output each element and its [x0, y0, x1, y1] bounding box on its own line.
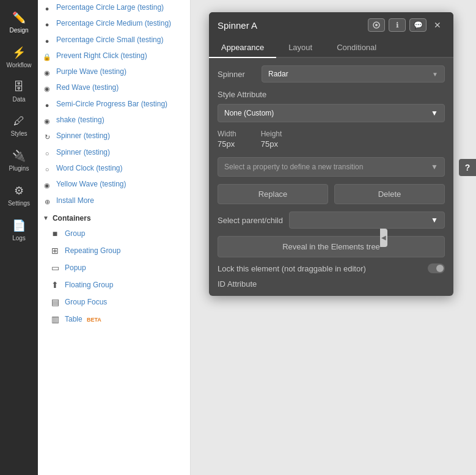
tab-layout[interactable]: Layout	[276, 38, 324, 58]
list-item[interactable]: ◉ Purple Wave (testing)	[38, 64, 190, 80]
list-item[interactable]: ● Percentage Circle Large (testing)	[38, 0, 190, 16]
wave-icon: ◉	[43, 68, 51, 77]
list-item[interactable]: ○ Word Clock (testing)	[38, 161, 190, 177]
floating-group-icon: ⬆	[50, 280, 60, 290]
styles-icon: 🖊	[13, 115, 24, 128]
sidebar-item-styles[interactable]: 🖊 Styles	[0, 109, 38, 143]
data-icon: 🗄	[13, 81, 24, 94]
reveal-elements-button[interactable]: Reveal in the Elements tree	[218, 236, 445, 257]
spinner-label: Spinner	[218, 70, 254, 79]
item-label: Popup	[65, 263, 86, 272]
action-buttons: Replace Delete	[218, 184, 445, 204]
workflow-label: Workflow	[7, 62, 32, 68]
item-label: Spinner (testing)	[56, 131, 110, 141]
table-icon: ▥	[50, 314, 60, 324]
install-more-item[interactable]: ⊕ Install More	[38, 193, 190, 209]
sidebar-item-settings[interactable]: ⚙ Settings	[0, 178, 38, 213]
containers-section-header[interactable]: ▼ Containers	[38, 209, 190, 225]
circle-icon: ●	[43, 37, 51, 45]
lock-toggle[interactable]	[428, 263, 445, 273]
containers-label: Containers	[53, 214, 91, 223]
item-label: shake (testing)	[56, 116, 104, 125]
group-item[interactable]: ■ Group	[38, 225, 190, 242]
item-label: Semi-Circle Progress Bar (testing)	[56, 100, 167, 109]
comment-button[interactable]: 💬	[409, 18, 427, 32]
close-button[interactable]: ✕	[430, 19, 445, 31]
popup-item[interactable]: ▭ Popup	[38, 259, 190, 276]
modal-panel: Spinner A ℹ 💬 ✕ Appearance Layout Condit…	[209, 12, 453, 296]
chevron-down-icon: ▼	[431, 216, 438, 224]
repeating-group-item[interactable]: ⊞ Repeating Group	[38, 242, 190, 259]
height-value: 75px	[261, 139, 282, 149]
list-item[interactable]: ◉ Yellow Wave (testing)	[38, 177, 190, 193]
modal-tabs: Appearance Layout Conditional	[209, 38, 453, 58]
style-attr-label: Style Attribute	[218, 90, 445, 99]
sidebar-item-plugins[interactable]: 🔌 Plugins	[0, 143, 38, 178]
item-label: Group Focus	[65, 298, 107, 306]
style-attr-select[interactable]: None (Custom) ▼	[218, 104, 445, 122]
repeating-group-icon: ⊞	[50, 246, 60, 256]
item-label: Yellow Wave (testing)	[56, 180, 126, 190]
sidebar-item-logs[interactable]: 📄 Logs	[0, 213, 38, 248]
list-item[interactable]: ↻ Spinner (testing)	[38, 128, 190, 144]
wave-icon: ◉	[43, 84, 51, 93]
sidebar-item-data[interactable]: 🗄 Data	[0, 75, 38, 109]
wave-icon: ◉	[43, 117, 51, 125]
list-item[interactable]: 🔒 Prevent Right Click (testing)	[38, 48, 190, 64]
transition-placeholder: Select a property to define a new transi…	[224, 163, 363, 171]
width-label: Width	[218, 130, 236, 138]
replace-button[interactable]: Replace	[218, 184, 328, 204]
id-attr-label: ID Attribute	[218, 279, 445, 289]
circle-outline-icon: ○	[43, 165, 51, 174]
parent-child-label: Select parent/child	[218, 216, 283, 225]
circle-outline-icon: ○	[43, 149, 51, 158]
help-button[interactable]: ?	[459, 159, 476, 176]
modal-body: Spinner Radar ▼ Style Attribute None (Cu…	[209, 58, 453, 296]
settings-icon: ⚙	[14, 184, 24, 197]
item-label: Floating Group	[65, 281, 113, 289]
spinner-icon: ↻	[43, 133, 51, 141]
item-label: Prevent Right Click (testing)	[56, 51, 147, 61]
collapse-handle[interactable]: ◀	[380, 229, 387, 247]
item-label: Purple Wave (testing)	[56, 67, 126, 77]
table-item[interactable]: ▥ Table BETA	[38, 311, 190, 328]
settings-label: Settings	[8, 200, 30, 207]
popup-icon: ▭	[50, 263, 60, 273]
workflow-icon: ⚡	[12, 46, 26, 59]
list-item[interactable]: ○ Spinner (testing)	[38, 145, 190, 161]
lock-icon: 🔒	[43, 53, 51, 61]
group-icon: ■	[50, 229, 60, 238]
wave-icon: ◉	[43, 181, 51, 190]
design-icon: ✏️	[12, 11, 26, 24]
dimensions-row: Width 75px Height 75px	[218, 130, 445, 149]
transition-select[interactable]: Select a property to define a new transi…	[218, 157, 445, 177]
list-item[interactable]: ◉ shake (testing)	[38, 112, 190, 128]
style-attr-value: None (Custom)	[224, 109, 274, 117]
main-canvas: ◀ Spinner A ℹ 💬 ✕	[191, 0, 476, 475]
sidebar-item-design[interactable]: ✏️ Design	[0, 5, 38, 40]
group-focus-item[interactable]: ▤ Group Focus	[38, 293, 190, 311]
list-item[interactable]: ● Percentage Circle Small (testing)	[38, 32, 190, 48]
sidebar-item-workflow[interactable]: ⚡ Workflow	[0, 40, 38, 75]
floating-group-item[interactable]: ⬆ Floating Group	[38, 276, 190, 293]
info-button[interactable]: ℹ	[389, 18, 406, 32]
lock-row: Lock this element (not draggable in edit…	[218, 263, 445, 273]
item-label: Percentage Circle Small (testing)	[56, 35, 163, 45]
list-item[interactable]: ● Semi-Circle Progress Bar (testing)	[38, 97, 190, 112]
item-label: Percentage Circle Large (testing)	[56, 3, 164, 13]
lock-label: Lock this element (not draggable in edit…	[218, 264, 366, 273]
list-item[interactable]: ● Percentage Circle Medium (testing)	[38, 16, 190, 32]
item-label: Percentage Circle Medium (testing)	[56, 19, 171, 29]
spinner-row: Spinner Radar ▼	[218, 65, 445, 83]
plugin-list-panel: ● Percentage Circle Large (testing) ● Pe…	[38, 0, 191, 475]
list-item[interactable]: ◉ Red Wave (testing)	[38, 80, 190, 96]
logs-icon: 📄	[12, 219, 26, 232]
spinner-select[interactable]: Radar ▼	[262, 65, 445, 83]
delete-button[interactable]: Delete	[334, 184, 445, 204]
item-label: Group	[65, 229, 85, 238]
parent-child-select[interactable]: ▼	[289, 212, 445, 229]
item-label: Table BETA	[65, 315, 101, 323]
preview-button[interactable]	[368, 18, 385, 32]
tab-appearance[interactable]: Appearance	[209, 38, 276, 58]
tab-conditional[interactable]: Conditional	[324, 38, 389, 58]
